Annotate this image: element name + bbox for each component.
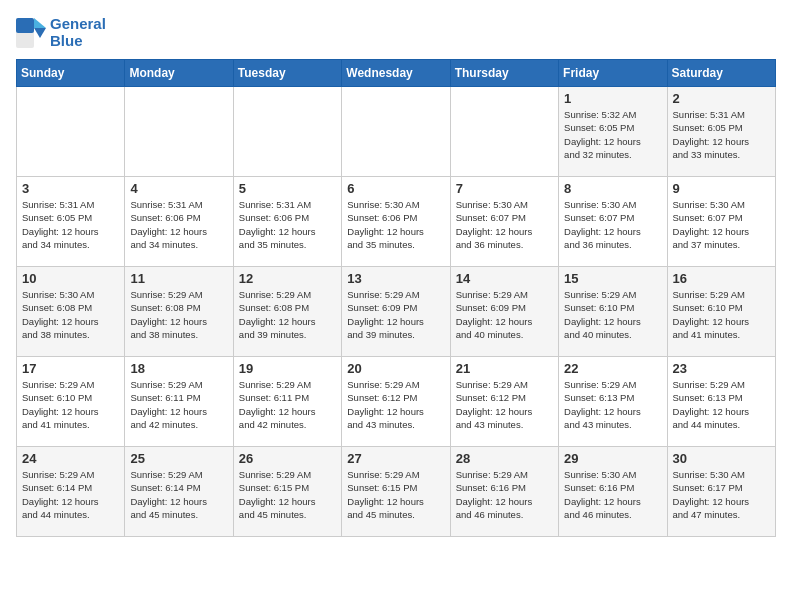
day-number: 20 bbox=[347, 361, 444, 376]
day-number: 28 bbox=[456, 451, 553, 466]
day-cell: 19Sunrise: 5:29 AM Sunset: 6:11 PM Dayli… bbox=[233, 357, 341, 447]
day-number: 17 bbox=[22, 361, 119, 376]
day-info: Sunrise: 5:30 AM Sunset: 6:07 PM Dayligh… bbox=[456, 198, 553, 251]
day-number: 19 bbox=[239, 361, 336, 376]
logo-text-general: General bbox=[50, 16, 106, 33]
calendar-header: SundayMondayTuesdayWednesdayThursdayFrid… bbox=[17, 60, 776, 87]
day-number: 12 bbox=[239, 271, 336, 286]
day-cell: 8Sunrise: 5:30 AM Sunset: 6:07 PM Daylig… bbox=[559, 177, 667, 267]
day-cell: 27Sunrise: 5:29 AM Sunset: 6:15 PM Dayli… bbox=[342, 447, 450, 537]
day-number: 5 bbox=[239, 181, 336, 196]
day-number: 1 bbox=[564, 91, 661, 106]
header-row: SundayMondayTuesdayWednesdayThursdayFrid… bbox=[17, 60, 776, 87]
day-info: Sunrise: 5:29 AM Sunset: 6:16 PM Dayligh… bbox=[456, 468, 553, 521]
day-cell: 26Sunrise: 5:29 AM Sunset: 6:15 PM Dayli… bbox=[233, 447, 341, 537]
day-cell bbox=[17, 87, 125, 177]
day-cell bbox=[450, 87, 558, 177]
day-number: 15 bbox=[564, 271, 661, 286]
day-cell: 23Sunrise: 5:29 AM Sunset: 6:13 PM Dayli… bbox=[667, 357, 775, 447]
header-cell-thursday: Thursday bbox=[450, 60, 558, 87]
day-cell: 18Sunrise: 5:29 AM Sunset: 6:11 PM Dayli… bbox=[125, 357, 233, 447]
day-number: 2 bbox=[673, 91, 770, 106]
day-info: Sunrise: 5:29 AM Sunset: 6:10 PM Dayligh… bbox=[22, 378, 119, 431]
day-cell: 14Sunrise: 5:29 AM Sunset: 6:09 PM Dayli… bbox=[450, 267, 558, 357]
day-info: Sunrise: 5:30 AM Sunset: 6:07 PM Dayligh… bbox=[564, 198, 661, 251]
week-row-2: 3Sunrise: 5:31 AM Sunset: 6:05 PM Daylig… bbox=[17, 177, 776, 267]
day-info: Sunrise: 5:31 AM Sunset: 6:06 PM Dayligh… bbox=[239, 198, 336, 251]
day-cell: 30Sunrise: 5:30 AM Sunset: 6:17 PM Dayli… bbox=[667, 447, 775, 537]
day-number: 25 bbox=[130, 451, 227, 466]
day-number: 7 bbox=[456, 181, 553, 196]
day-number: 22 bbox=[564, 361, 661, 376]
day-number: 21 bbox=[456, 361, 553, 376]
day-cell bbox=[342, 87, 450, 177]
week-row-4: 17Sunrise: 5:29 AM Sunset: 6:10 PM Dayli… bbox=[17, 357, 776, 447]
day-cell: 20Sunrise: 5:29 AM Sunset: 6:12 PM Dayli… bbox=[342, 357, 450, 447]
day-cell: 22Sunrise: 5:29 AM Sunset: 6:13 PM Dayli… bbox=[559, 357, 667, 447]
day-info: Sunrise: 5:30 AM Sunset: 6:17 PM Dayligh… bbox=[673, 468, 770, 521]
day-number: 23 bbox=[673, 361, 770, 376]
day-cell: 11Sunrise: 5:29 AM Sunset: 6:08 PM Dayli… bbox=[125, 267, 233, 357]
day-number: 26 bbox=[239, 451, 336, 466]
day-number: 24 bbox=[22, 451, 119, 466]
day-cell: 17Sunrise: 5:29 AM Sunset: 6:10 PM Dayli… bbox=[17, 357, 125, 447]
day-cell: 15Sunrise: 5:29 AM Sunset: 6:10 PM Dayli… bbox=[559, 267, 667, 357]
day-cell: 1Sunrise: 5:32 AM Sunset: 6:05 PM Daylig… bbox=[559, 87, 667, 177]
day-number: 4 bbox=[130, 181, 227, 196]
day-cell: 2Sunrise: 5:31 AM Sunset: 6:05 PM Daylig… bbox=[667, 87, 775, 177]
day-number: 8 bbox=[564, 181, 661, 196]
day-info: Sunrise: 5:30 AM Sunset: 6:08 PM Dayligh… bbox=[22, 288, 119, 341]
day-info: Sunrise: 5:29 AM Sunset: 6:11 PM Dayligh… bbox=[130, 378, 227, 431]
day-info: Sunrise: 5:29 AM Sunset: 6:15 PM Dayligh… bbox=[347, 468, 444, 521]
day-number: 14 bbox=[456, 271, 553, 286]
day-number: 9 bbox=[673, 181, 770, 196]
day-info: Sunrise: 5:29 AM Sunset: 6:10 PM Dayligh… bbox=[564, 288, 661, 341]
day-cell: 10Sunrise: 5:30 AM Sunset: 6:08 PM Dayli… bbox=[17, 267, 125, 357]
day-cell: 3Sunrise: 5:31 AM Sunset: 6:05 PM Daylig… bbox=[17, 177, 125, 267]
header-cell-wednesday: Wednesday bbox=[342, 60, 450, 87]
day-cell: 25Sunrise: 5:29 AM Sunset: 6:14 PM Dayli… bbox=[125, 447, 233, 537]
day-info: Sunrise: 5:29 AM Sunset: 6:12 PM Dayligh… bbox=[456, 378, 553, 431]
day-cell: 5Sunrise: 5:31 AM Sunset: 6:06 PM Daylig… bbox=[233, 177, 341, 267]
day-cell: 21Sunrise: 5:29 AM Sunset: 6:12 PM Dayli… bbox=[450, 357, 558, 447]
day-info: Sunrise: 5:29 AM Sunset: 6:14 PM Dayligh… bbox=[130, 468, 227, 521]
day-info: Sunrise: 5:29 AM Sunset: 6:11 PM Dayligh… bbox=[239, 378, 336, 431]
day-cell bbox=[125, 87, 233, 177]
calendar-body: 1Sunrise: 5:32 AM Sunset: 6:05 PM Daylig… bbox=[17, 87, 776, 537]
header-cell-friday: Friday bbox=[559, 60, 667, 87]
day-cell: 9Sunrise: 5:30 AM Sunset: 6:07 PM Daylig… bbox=[667, 177, 775, 267]
day-number: 16 bbox=[673, 271, 770, 286]
day-info: Sunrise: 5:30 AM Sunset: 6:16 PM Dayligh… bbox=[564, 468, 661, 521]
day-info: Sunrise: 5:29 AM Sunset: 6:14 PM Dayligh… bbox=[22, 468, 119, 521]
day-info: Sunrise: 5:29 AM Sunset: 6:09 PM Dayligh… bbox=[456, 288, 553, 341]
day-number: 10 bbox=[22, 271, 119, 286]
day-info: Sunrise: 5:31 AM Sunset: 6:05 PM Dayligh… bbox=[22, 198, 119, 251]
day-info: Sunrise: 5:31 AM Sunset: 6:05 PM Dayligh… bbox=[673, 108, 770, 161]
day-info: Sunrise: 5:32 AM Sunset: 6:05 PM Dayligh… bbox=[564, 108, 661, 161]
day-info: Sunrise: 5:29 AM Sunset: 6:13 PM Dayligh… bbox=[564, 378, 661, 431]
calendar-table: SundayMondayTuesdayWednesdayThursdayFrid… bbox=[16, 59, 776, 537]
day-number: 6 bbox=[347, 181, 444, 196]
logo-svg bbox=[16, 18, 46, 48]
logo-text-blue: Blue bbox=[50, 33, 106, 50]
day-info: Sunrise: 5:29 AM Sunset: 6:13 PM Dayligh… bbox=[673, 378, 770, 431]
header: General Blue bbox=[16, 16, 776, 49]
day-info: Sunrise: 5:29 AM Sunset: 6:12 PM Dayligh… bbox=[347, 378, 444, 431]
day-number: 3 bbox=[22, 181, 119, 196]
day-info: Sunrise: 5:29 AM Sunset: 6:15 PM Dayligh… bbox=[239, 468, 336, 521]
day-cell: 29Sunrise: 5:30 AM Sunset: 6:16 PM Dayli… bbox=[559, 447, 667, 537]
week-row-5: 24Sunrise: 5:29 AM Sunset: 6:14 PM Dayli… bbox=[17, 447, 776, 537]
day-info: Sunrise: 5:29 AM Sunset: 6:10 PM Dayligh… bbox=[673, 288, 770, 341]
day-number: 29 bbox=[564, 451, 661, 466]
day-cell: 28Sunrise: 5:29 AM Sunset: 6:16 PM Dayli… bbox=[450, 447, 558, 537]
day-number: 13 bbox=[347, 271, 444, 286]
day-info: Sunrise: 5:31 AM Sunset: 6:06 PM Dayligh… bbox=[130, 198, 227, 251]
day-cell: 7Sunrise: 5:30 AM Sunset: 6:07 PM Daylig… bbox=[450, 177, 558, 267]
day-info: Sunrise: 5:29 AM Sunset: 6:08 PM Dayligh… bbox=[239, 288, 336, 341]
day-cell: 12Sunrise: 5:29 AM Sunset: 6:08 PM Dayli… bbox=[233, 267, 341, 357]
day-number: 11 bbox=[130, 271, 227, 286]
day-number: 18 bbox=[130, 361, 227, 376]
svg-rect-2 bbox=[16, 18, 34, 33]
day-cell bbox=[233, 87, 341, 177]
day-cell: 6Sunrise: 5:30 AM Sunset: 6:06 PM Daylig… bbox=[342, 177, 450, 267]
